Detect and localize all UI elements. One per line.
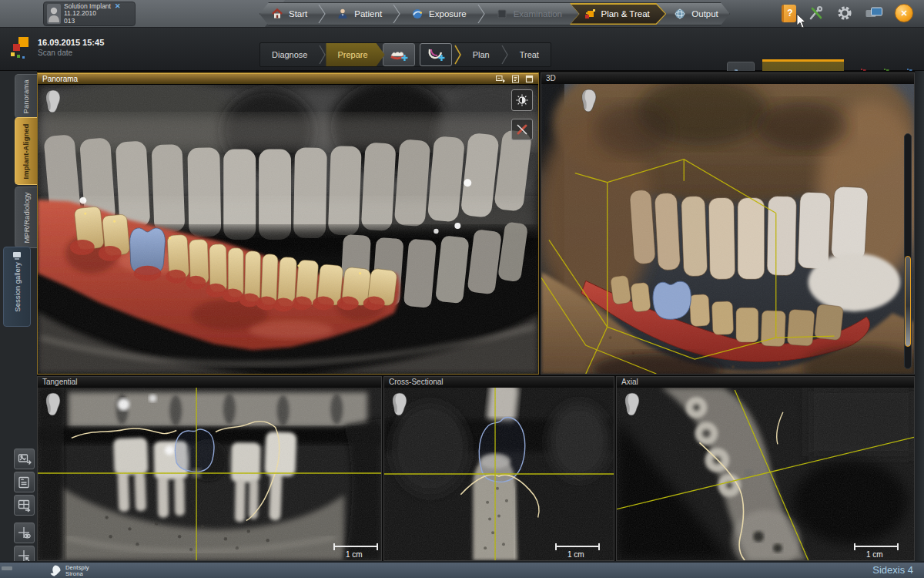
axial-view-header[interactable]: Axial [617,377,914,388]
tangential-slice-area[interactable]: 1 cm [38,388,381,560]
image-export-icon [18,452,32,466]
orientation-head-widget[interactable] [44,392,62,417]
exposure-icon [411,8,424,20]
scale-bar [555,543,600,550]
reset-layout-button[interactable] [14,495,35,516]
orientation-head-widget[interactable] [390,392,409,417]
tab-exposure[interactable]: Exposure [400,3,477,25]
patient-avatar [47,4,61,24]
brand-name-bottom: Sirona [65,571,89,577]
step-plan-label: Plan [473,50,490,59]
implant-aligned-workspace: Panorama [37,71,915,561]
report-icon [18,476,32,489]
step-treat[interactable]: Treat [508,43,551,66]
tools-icon[interactable] [808,5,825,22]
patient-info: Solution Implant ✕ 11.12.2010 013 [64,3,121,25]
scan-datetime: 16.09.2015 15:45 [38,38,104,48]
panorama-view-header[interactable]: Panorama [38,73,538,84]
step-plan[interactable]: Plan [461,43,501,66]
settings-gear-icon[interactable] [836,5,853,22]
tab-output-label: Output [691,9,718,18]
chevron-separator [501,45,508,65]
tab-patient[interactable]: Patient [326,3,393,25]
toggle-crosshairs-button[interactable] [14,523,35,543]
close-app-icon[interactable]: ✕ [895,4,913,22]
tab-examination: Examination [485,3,573,25]
add-nerve-jaw-button[interactable] [420,43,452,66]
three-d-view-title: 3D [546,73,556,84]
statusbar-notch [2,566,12,570]
workspace-tab-implant-aligned-label: Implant-Aligned [22,123,31,179]
teeth-plus-icon [390,48,408,62]
examination-icon [496,8,508,20]
step-prepare[interactable]: Prepare [326,43,384,66]
cross-sectional-view-title: Cross-Sectional [389,377,444,388]
workspace-tab-implant-aligned[interactable]: Implant-Aligned [15,117,37,185]
tab-examination-label: Examination [514,9,562,18]
export-image-button[interactable] [14,449,35,469]
home-icon [271,8,283,20]
tab-output[interactable]: Output [663,3,729,25]
clipping-slider-thumb[interactable] [905,256,911,347]
session-gallery-tab[interactable]: Session gallery [3,247,31,327]
panorama-view-title: Panorama [42,74,78,85]
orientation-head-widget[interactable] [44,89,62,114]
chevron-separator [318,4,326,24]
clipping-slider[interactable] [904,133,912,369]
workspace-tab-panorama[interactable]: Panorama [15,74,37,119]
three-d-view-header[interactable]: 3D [541,73,914,84]
reset-crosshairs-button[interactable] [14,546,35,561]
axial-view: Axial [616,376,915,561]
tab-start[interactable]: Start [260,3,318,25]
brightness-contrast-button[interactable] [511,89,533,111]
patient-card[interactable]: Solution Implant ✕ 11.12.2010 013 [43,2,136,26]
scale-label: 1 cm [346,550,363,559]
tangential-ct-slice [38,388,381,560]
panorama-view: Panorama [37,72,539,375]
tab-plan-treat[interactable]: Plan & Treat [570,3,666,25]
maximize-icon[interactable] [525,75,534,83]
scan-info: 16.09.2015 15:45 Scan date [11,37,104,59]
three-d-view: 3D [541,72,915,375]
orientation-head-widget[interactable] [580,89,598,113]
tangential-view-header[interactable]: Tangential [38,377,381,388]
panorama-image-area[interactable] [38,85,538,374]
axial-slice-area[interactable]: 1 cm [617,388,914,560]
cross-sectional-view: Cross-Sectional [383,376,614,561]
phase-navigation: Start Patient Exposure [259,2,730,25]
tangential-view-title: Tangential [42,377,78,388]
jaw-plus-icon [427,48,445,62]
step-diagnose[interactable]: Diagnose [260,43,319,66]
workspace-tab-mpr-radiology[interactable]: MPR/Radiology [15,187,37,248]
mouse-cursor [796,13,807,29]
chevron-separator-gold [454,45,461,65]
add-optical-impression-button[interactable] [383,43,415,66]
hide-objects-button[interactable] [511,119,533,140]
plan-treat-icon [584,8,596,20]
dentsply-sirona-logo-icon [49,565,61,576]
help-icon[interactable]: ? [782,5,796,22]
patient-icon [336,8,349,20]
step-diagnose-label: Diagnose [272,50,307,59]
scale-bar [333,543,378,550]
close-patient-icon[interactable]: ✕ [115,3,121,11]
tab-exposure-label: Exposure [429,9,467,18]
brightness-icon [516,94,528,106]
main-area: Panorama Implant-Aligned MPR/Radiology S… [0,71,924,561]
hide-pen-icon [516,123,528,136]
sicat-logo-icon [11,37,31,59]
scale-label: 1 cm [567,550,584,559]
cross-sectional-ct-slice [384,388,614,560]
three-d-render-area[interactable] [541,84,914,374]
create-report-button[interactable] [14,472,35,492]
cross-sectional-slice-area[interactable]: 1 cm [384,388,614,560]
patient-id: 013 [64,18,121,25]
chevron-separator [477,4,485,24]
orientation-head-widget[interactable] [623,392,641,417]
screens-icon[interactable] [865,6,883,21]
clipboard-icon[interactable] [511,75,520,83]
cross-sectional-view-header[interactable]: Cross-Sectional [384,377,614,388]
step-treat-label: Treat [520,50,539,59]
chevron-separator [393,4,400,24]
copy-image-icon[interactable] [496,75,506,83]
